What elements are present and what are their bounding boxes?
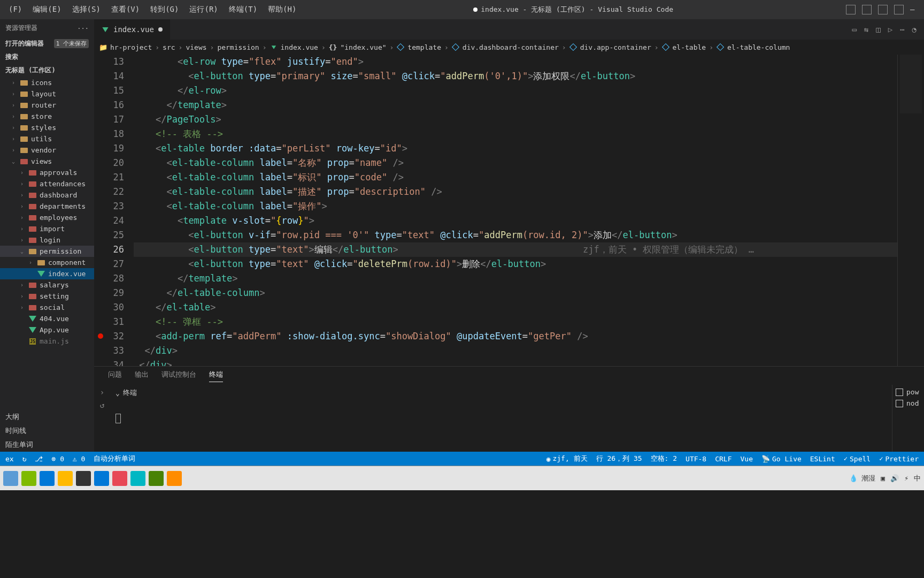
open-editors-section[interactable]: 打开的编辑器 1 个未保存 bbox=[0, 37, 94, 50]
folder-component[interactable]: ›component bbox=[0, 257, 94, 268]
folder-setting[interactable]: ›setting bbox=[0, 291, 94, 302]
tray-icon[interactable]: 🔊 bbox=[890, 474, 899, 482]
encoding-button[interactable]: UTF-8 bbox=[686, 455, 706, 463]
split-icon[interactable]: ◫ bbox=[876, 25, 880, 34]
sync-button[interactable]: ↻ bbox=[22, 455, 27, 463]
menu-view[interactable]: 查看(V) bbox=[107, 3, 144, 17]
folder-store[interactable]: ›store bbox=[0, 111, 94, 122]
menu-edit[interactable]: 编辑(E) bbox=[28, 3, 65, 17]
warnings-button[interactable]: ⚠ 0 bbox=[73, 455, 85, 463]
tray-icon[interactable]: ⚡ bbox=[904, 474, 908, 482]
panel-tab-problems[interactable]: 问题 bbox=[108, 370, 122, 382]
toggle-panel-icon[interactable] bbox=[862, 5, 872, 14]
folder-vendor[interactable]: ›vendor bbox=[0, 144, 94, 156]
workspace-section[interactable]: 无标题 (工作区) bbox=[0, 64, 94, 77]
folder-layout[interactable]: ›layout bbox=[0, 88, 94, 100]
tab-index-vue[interactable]: index.vue bbox=[94, 19, 171, 40]
folder-dashboard[interactable]: ›dashboard bbox=[0, 189, 94, 201]
minimize-icon[interactable]: — bbox=[910, 5, 920, 14]
file-main.js[interactable]: JSmain.js bbox=[0, 336, 94, 347]
run-icon[interactable]: ▷ bbox=[888, 25, 892, 34]
panel-tab-output[interactable]: 输出 bbox=[135, 370, 149, 382]
menu-go[interactable]: 转到(G) bbox=[146, 3, 183, 17]
panel-tab-terminal[interactable]: 终端 bbox=[209, 370, 223, 382]
folder-departments[interactable]: ›departments bbox=[0, 201, 94, 212]
menu-run[interactable]: 运行(R) bbox=[185, 3, 222, 17]
code-body[interactable]: <el-row type="flex" justify="end"> <el-b… bbox=[134, 55, 897, 366]
folder-attendances[interactable]: ›attendances bbox=[0, 178, 94, 189]
folder-salarys[interactable]: ›salarys bbox=[0, 279, 94, 291]
terminal-item[interactable]: nod bbox=[896, 399, 921, 407]
eslint-button[interactable]: ESLint bbox=[810, 455, 835, 463]
folder-social[interactable]: ›social bbox=[0, 302, 94, 313]
breadcrumb[interactable]: 📁hr-project› src› views› permission› ind… bbox=[94, 40, 924, 55]
taskbar-app-icon[interactable] bbox=[40, 471, 55, 486]
chevron-down-icon[interactable]: ⌄ bbox=[116, 389, 120, 397]
taskbar-app-icon[interactable] bbox=[21, 471, 36, 486]
code-editor[interactable]: 1314151617181920212223242526272829303132… bbox=[94, 55, 924, 366]
customize-layout-icon[interactable] bbox=[894, 5, 904, 14]
more-icon[interactable]: ⋯ bbox=[900, 25, 904, 34]
folder-router[interactable]: ›router bbox=[0, 100, 94, 111]
panel-tab-debug[interactable]: 调试控制台 bbox=[161, 370, 196, 382]
taskbar-app-icon[interactable] bbox=[167, 471, 182, 486]
folder-permission[interactable]: ⌄permission bbox=[0, 246, 94, 257]
taskbar-app-icon[interactable] bbox=[3, 471, 18, 486]
eol-button[interactable]: CRLF bbox=[715, 455, 732, 463]
analysis-label[interactable]: 自动分析单词 bbox=[94, 454, 135, 463]
taskbar-app-icon[interactable] bbox=[112, 471, 127, 486]
indent-button[interactable]: 空格: 2 bbox=[651, 454, 677, 463]
share-icon[interactable]: ◔ bbox=[912, 25, 917, 34]
golive-button[interactable]: 📡 Go Live bbox=[761, 455, 802, 463]
menu-select[interactable]: 选择(S) bbox=[68, 3, 105, 17]
chevron-right-icon[interactable]: › bbox=[100, 388, 104, 397]
remote-button[interactable]: ex bbox=[5, 455, 14, 463]
toggle-panel-icon[interactable]: ▭ bbox=[852, 25, 856, 34]
history-icon[interactable]: ↺ bbox=[100, 401, 104, 409]
minimap[interactable] bbox=[897, 55, 924, 366]
taskbar-app-icon[interactable] bbox=[94, 471, 109, 486]
folder-styles[interactable]: ›styles bbox=[0, 122, 94, 133]
folder-icons[interactable]: ›icons bbox=[0, 77, 94, 88]
menu-file[interactable]: (F) bbox=[4, 3, 26, 17]
folder-utils[interactable]: ›utils bbox=[0, 133, 94, 144]
menu-terminal[interactable]: 终端(T) bbox=[225, 3, 261, 17]
prettier-button[interactable]: Prettier bbox=[879, 455, 919, 463]
branch-button[interactable]: ⎇ bbox=[35, 455, 43, 463]
diff-icon[interactable]: ⇆ bbox=[864, 25, 868, 34]
errors-button[interactable]: ⊗ 0 bbox=[51, 455, 64, 463]
timeline-section[interactable]: 时间线 bbox=[0, 424, 94, 438]
taskbar-app-icon[interactable] bbox=[149, 471, 164, 486]
spell-button[interactable]: Spell bbox=[844, 455, 871, 463]
terminal-item[interactable]: pow bbox=[896, 388, 921, 396]
outline-section[interactable]: 大纲 bbox=[0, 410, 94, 424]
menubar: (F) 编辑(E) 选择(S) 查看(V) 转到(G) 运行(R) 终端(T) … bbox=[4, 3, 301, 17]
git-author[interactable]: ◉ zjf, 前天 bbox=[546, 454, 588, 463]
words-section[interactable]: 陌生单词 bbox=[0, 438, 94, 452]
file-App.vue[interactable]: App.vue bbox=[0, 324, 94, 336]
folder-import[interactable]: ›import bbox=[0, 223, 94, 234]
more-icon[interactable]: ··· bbox=[77, 25, 89, 32]
file-404.vue[interactable]: 404.vue bbox=[0, 313, 94, 324]
folder-employees[interactable]: ›employees bbox=[0, 212, 94, 223]
breakpoint-gutter[interactable] bbox=[94, 55, 107, 366]
weather-widget[interactable]: 💧 潮湿 bbox=[849, 474, 876, 483]
titlebar: (F) 编辑(E) 选择(S) 查看(V) 转到(G) 运行(R) 终端(T) … bbox=[0, 0, 924, 19]
bottom-panel: 问题 输出 调试控制台 终端 › ↺ ⌄终端 pow nod bbox=[94, 366, 924, 452]
folder-views[interactable]: ⌄views bbox=[0, 156, 94, 167]
search-section[interactable]: 搜索 bbox=[0, 50, 94, 64]
file-index.vue[interactable]: index.vue bbox=[0, 268, 94, 279]
cube-icon bbox=[452, 43, 459, 51]
menu-help[interactable]: 帮助(H) bbox=[264, 3, 301, 17]
folder-approvals[interactable]: ›approvals bbox=[0, 167, 94, 178]
taskbar-app-icon[interactable] bbox=[130, 471, 145, 486]
cursor-position[interactable]: 行 26，列 35 bbox=[596, 454, 642, 463]
language-button[interactable]: Vue bbox=[741, 455, 753, 463]
taskbar-app-icon[interactable] bbox=[58, 471, 73, 486]
taskbar-app-icon[interactable] bbox=[76, 471, 91, 486]
folder-login[interactable]: ›login bbox=[0, 234, 94, 246]
ime-indicator[interactable]: 中 bbox=[914, 474, 921, 483]
tray-icon[interactable]: ▣ bbox=[881, 474, 885, 482]
toggle-secondary-icon[interactable] bbox=[878, 5, 888, 14]
toggle-sidebar-icon[interactable] bbox=[846, 5, 856, 14]
